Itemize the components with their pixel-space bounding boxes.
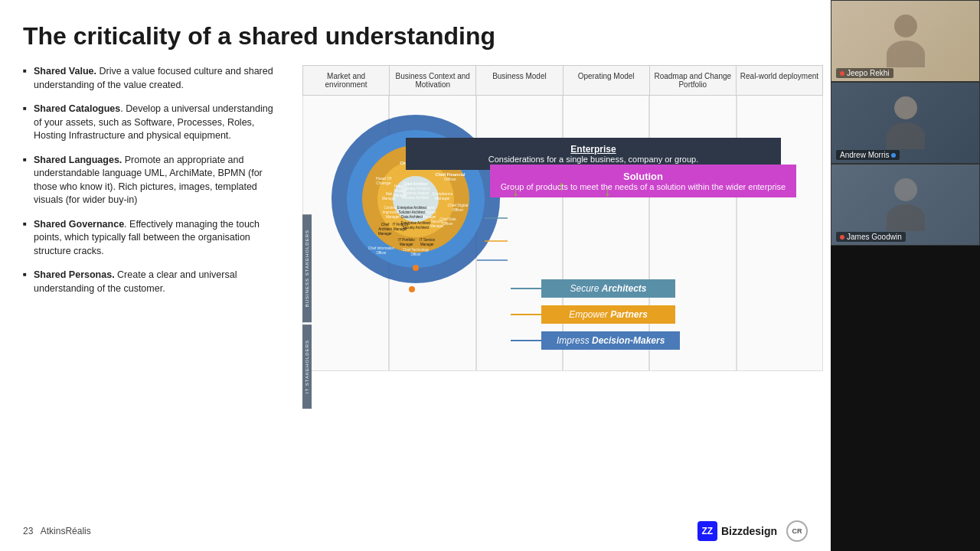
tag-impress-italic: Impress: [557, 335, 592, 346]
svg-text:Manager: Manager: [435, 196, 450, 201]
grid-col-6: [737, 96, 823, 371]
tag-secure-box: Secure Architects: [541, 279, 675, 298]
bullet-2-bold: Shared Catalogues: [34, 103, 120, 114]
col-model: Business Model: [476, 66, 563, 95]
svg-text:Business Architect: Business Architect: [402, 187, 431, 191]
svg-text:Chief Information: Chief Information: [368, 246, 395, 250]
tag-empower-box: Empower Partners: [541, 305, 675, 324]
svg-point-55: [413, 265, 419, 271]
svg-text:Chief: Chief: [381, 223, 390, 227]
bullet-4: Shared Governance. Effectively managing …: [23, 218, 279, 259]
participant-name-1: Jeepo Rekhi: [847, 69, 890, 77]
slide-area: The criticality of a shared understandin…: [0, 0, 831, 551]
svg-text:Manager: Manager: [386, 215, 400, 219]
video-tile-3: James Goodwin: [831, 164, 980, 246]
cr-label: CR: [792, 527, 802, 535]
svg-text:Security Architect: Security Architect: [403, 226, 430, 230]
mic-icon-1: [840, 71, 844, 76]
video-tile-1: Jeepo Rekhi: [831, 0, 980, 82]
svg-text:Officer: Officer: [376, 251, 387, 255]
bullet-3: Shared Languages. Promote an appropriate…: [23, 154, 279, 207]
bullet-4-bold: Shared Governance: [34, 219, 124, 230]
svg-text:Officer: Officer: [410, 253, 421, 256]
col-operating: Operating Model: [564, 66, 650, 95]
svg-text:Manager: Manager: [378, 232, 392, 236]
tag-secure-bold: Architects: [602, 283, 647, 294]
circle-svg: Chief Operating Officer Chief Financial …: [316, 99, 515, 298]
svg-text:Architect: Architect: [378, 227, 392, 231]
mic-icon-3: [840, 235, 844, 240]
circle-diagram: Chief Operating Officer Chief Financial …: [316, 99, 515, 298]
video-tile-2: Andrew Morris: [831, 82, 980, 164]
svg-text:Chief Architect: Chief Architect: [403, 182, 428, 186]
bullet-5-bold: Shared Personas.: [34, 269, 115, 280]
tag-secure-italic: Secure: [570, 283, 601, 294]
solution-title: Solution: [623, 171, 663, 182]
diagram-area: BUSINESS STAKEHOLDERS IT STAKEHOLDERS Ma…: [287, 65, 808, 471]
svg-text:Risk: Risk: [386, 192, 393, 196]
arrow-down-2: ↓: [604, 184, 611, 200]
participant-name-3: James Goodwin: [847, 233, 902, 241]
svg-text:Officer: Officer: [443, 222, 453, 226]
svg-point-56: [409, 286, 415, 292]
svg-text:Manager: Manager: [423, 215, 436, 219]
bizzdesign-logo: ZZ Bizzdesign: [697, 521, 777, 541]
footer-logos: ZZ Bizzdesign CR: [697, 520, 808, 542]
tag-impress-bold: Decision-Makers: [592, 335, 665, 346]
participant-name-2: Andrew Morris: [840, 151, 889, 159]
bizzdesign-icon: ZZ: [697, 521, 717, 541]
tag-impress-box: Impress Decision-Makers: [541, 331, 680, 350]
svg-text:IT Portfolio: IT Portfolio: [398, 238, 415, 242]
video-label-1: Jeepo Rekhi: [836, 68, 893, 78]
page-num-value: 23: [23, 526, 33, 536]
tag-secure: Secure Architects: [511, 279, 680, 298]
blue-dot-2: [891, 153, 896, 158]
side-panel: Jeepo Rekhi Andrew Morris James Goodwin: [831, 0, 980, 551]
svg-text:Change: Change: [376, 181, 390, 185]
page-number: 23 AtkinsRéalis: [23, 526, 91, 536]
bullet-1: Shared Value. Drive a value focused cult…: [23, 65, 279, 92]
cr-logo: CR: [786, 520, 808, 542]
svg-text:Officer: Officer: [452, 207, 464, 212]
slide-footer: 23 AtkinsRéalis ZZ Bizzdesign CR: [23, 520, 808, 542]
enterprise-subtitle: Considerations for a single business, co…: [415, 155, 772, 164]
col-realworld: Real-world deployment: [737, 66, 822, 95]
svg-text:Business Analyst: Business Analyst: [403, 191, 430, 195]
bizzdesign-label: Bizzdesign: [721, 525, 777, 537]
svg-text:Chief Technology: Chief Technology: [403, 248, 430, 252]
enterprise-title: Enterprise: [570, 144, 616, 155]
svg-text:Chief Data: Chief Data: [439, 217, 456, 221]
svg-text:Officer: Officer: [444, 177, 456, 181]
tag-empower-italic: Empower: [569, 309, 610, 320]
col-business: Business Context and Motivation: [390, 66, 476, 95]
col-market: Market and environment: [303, 66, 390, 95]
side-filler: [831, 246, 980, 551]
svg-text:Enterprise Architect: Enterprise Architect: [400, 221, 431, 225]
tag-empower: Empower Partners: [511, 305, 680, 324]
solution-box: Solution Group of products to meet the n…: [490, 165, 796, 197]
video-label-2: Andrew Morris: [836, 150, 900, 160]
bullet-3-bold: Shared Languages.: [34, 155, 122, 165]
page-company: AtkinsRéalis: [41, 526, 91, 536]
col-roadmap: Roadmap and Change Portfolio: [650, 66, 737, 95]
tags-area: Secure Architects Empower Partners Impre…: [511, 279, 680, 350]
tag-impress: Impress Decision-Makers: [511, 331, 680, 350]
video-label-3: James Goodwin: [836, 232, 906, 242]
columns-header: Market and environment Business Context …: [302, 65, 823, 96]
bullet-5: Shared Personas. Create a clear and univ…: [23, 269, 279, 295]
slide-title: The criticality of a shared understandin…: [23, 23, 808, 50]
svg-text:Solution Architect: Solution Architect: [399, 210, 426, 214]
svg-text:Manager: Manager: [420, 243, 434, 246]
svg-text:Process Architect: Process Architect: [403, 196, 430, 200]
svg-text:Data Architect: Data Architect: [401, 215, 423, 219]
it-stakeholders-label: IT STAKEHOLDERS: [302, 324, 312, 409]
svg-text:IT Service: IT Service: [420, 238, 436, 242]
arrow-up-1: ↑: [558, 178, 565, 194]
business-stakeholders-label: BUSINESS STAKEHOLDERS: [302, 214, 312, 322]
svg-text:Enterprise Architect: Enterprise Architect: [397, 206, 427, 210]
arrow-down-1: ↓: [512, 184, 519, 200]
bullet-2: Shared Catalogues. Develop a universal u…: [23, 103, 279, 143]
bullet-1-bold: Shared Value.: [34, 66, 96, 77]
tag-empower-bold: Partners: [610, 309, 648, 320]
bullets-section: Shared Value. Drive a value focused cult…: [23, 65, 279, 306]
